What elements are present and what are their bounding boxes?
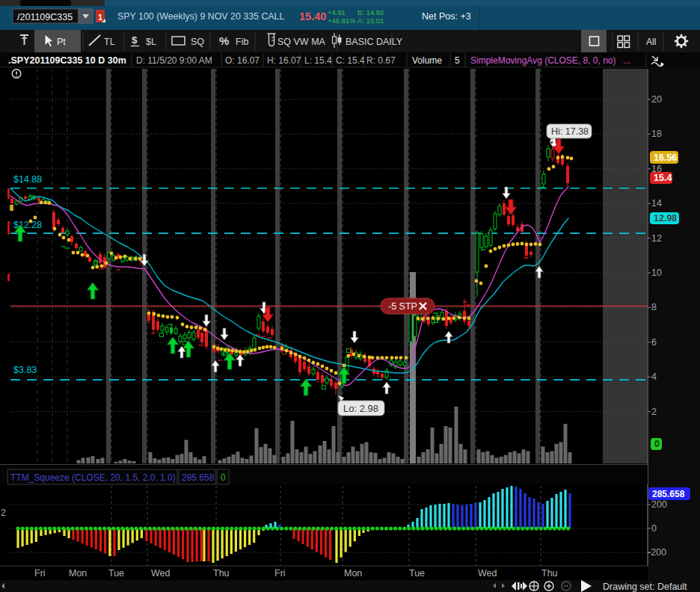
- svg-text:-5 STP: -5 STP: [388, 301, 417, 312]
- svg-text:Mon: Mon: [344, 568, 362, 579]
- svg-text:BASIC DAILY: BASIC DAILY: [346, 37, 403, 47]
- svg-text:6: 6: [651, 337, 657, 348]
- svg-text:$L: $L: [146, 37, 156, 47]
- svg-text:+46.81%: +46.81%: [328, 16, 356, 25]
- svg-text:18: 18: [651, 129, 662, 139]
- svg-text:Mon: Mon: [69, 568, 87, 579]
- svg-text:SPY 100 (Weeklys) 9 NOV 20 335: SPY 100 (Weeklys) 9 NOV 20 335 CALL: [117, 11, 284, 22]
- svg-text:10: 10: [651, 268, 662, 278]
- svg-text:B: 14.92: B: 14.92: [357, 8, 384, 16]
- svg-text:15.4: 15.4: [654, 173, 672, 183]
- svg-text:...: ...: [623, 55, 630, 66]
- svg-text:14: 14: [651, 198, 662, 209]
- svg-text:Drawing set: Default: Drawing set: Default: [603, 582, 687, 592]
- svg-text:$3.83: $3.83: [13, 365, 37, 375]
- svg-text:SQ VW MA: SQ VW MA: [277, 37, 326, 47]
- svg-text:Fib: Fib: [236, 37, 248, 47]
- svg-text:Tue: Tue: [108, 568, 124, 579]
- svg-text:5: 5: [455, 55, 460, 66]
- svg-text:.SPY201109C335 10 D 30m: .SPY201109C335 10 D 30m: [8, 55, 126, 66]
- svg-text:-200: -200: [648, 547, 666, 558]
- svg-text:Hi: 17.38: Hi: 17.38: [551, 126, 589, 137]
- svg-text:2: 2: [1, 508, 6, 518]
- svg-text:All: All: [646, 37, 656, 47]
- svg-text:Volume: Volume: [412, 55, 442, 66]
- svg-text:0: 0: [654, 439, 660, 449]
- svg-text:16.56: 16.56: [654, 152, 677, 163]
- svg-text:285.658: 285.658: [182, 472, 215, 483]
- svg-text:Thu: Thu: [541, 568, 558, 579]
- svg-text:SimpleMovingAvg (CLOSE, 8, 0,: SimpleMovingAvg (CLOSE, 8, 0, no): [470, 55, 616, 66]
- svg-text:Tue: Tue: [409, 568, 425, 579]
- svg-text:2: 2: [651, 407, 657, 417]
- svg-text:Thu: Thu: [213, 568, 230, 579]
- svg-text:O: 16.07: O: 16.07: [225, 55, 260, 66]
- svg-text:R: 0.67: R: 0.67: [366, 55, 396, 66]
- svg-text:4: 4: [651, 371, 657, 382]
- svg-text:12: 12: [651, 233, 662, 244]
- svg-text:0: 0: [221, 472, 226, 483]
- svg-text:0: 0: [651, 523, 657, 534]
- svg-text:D: 11/5/20 9:00 AM: D: 11/5/20 9:00 AM: [136, 55, 212, 66]
- svg-text:Wed: Wed: [478, 568, 497, 579]
- svg-text:285.658: 285.658: [652, 489, 685, 499]
- svg-text:15.40: 15.40: [299, 10, 326, 22]
- svg-text:+4.91: +4.91: [328, 8, 346, 16]
- svg-text:$: $: [132, 34, 138, 46]
- svg-text:1: 1: [98, 13, 102, 22]
- svg-text:$14.88: $14.88: [13, 174, 42, 185]
- svg-text:%: %: [219, 34, 229, 47]
- svg-text:TL: TL: [104, 37, 115, 47]
- svg-text:Wed: Wed: [151, 568, 171, 579]
- svg-text:200: 200: [651, 499, 667, 510]
- svg-text:Net Pos: +3: Net Pos: +3: [422, 11, 471, 22]
- svg-text:Lo: 2.98: Lo: 2.98: [343, 403, 378, 414]
- svg-text:SQ: SQ: [191, 37, 204, 47]
- svg-text:Fri: Fri: [274, 568, 286, 579]
- svg-text:Pt: Pt: [57, 37, 66, 47]
- svg-text:H: 16.07: H: 16.07: [267, 55, 301, 66]
- svg-text:20: 20: [651, 94, 662, 105]
- svg-text:A: 15.01: A: 15.01: [357, 16, 384, 25]
- svg-text:12.98: 12.98: [654, 213, 677, 223]
- svg-text:L: 15.4: L: 15.4: [304, 55, 332, 66]
- svg-text:/201109C335: /201109C335: [17, 12, 73, 22]
- svg-text:TTM_Squeeze (CLOSE, 20, 1.5, 2: TTM_Squeeze (CLOSE, 20, 1.5, 2.0, 1.0): [10, 472, 176, 483]
- svg-text:Fri: Fri: [34, 568, 46, 579]
- svg-text:C: 15.4: C: 15.4: [336, 55, 365, 66]
- svg-text:8: 8: [651, 302, 657, 312]
